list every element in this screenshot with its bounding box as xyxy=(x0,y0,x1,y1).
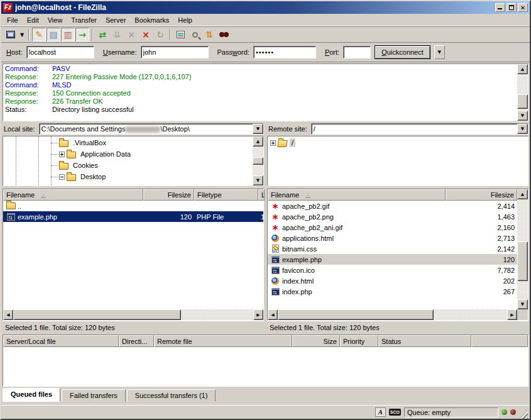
scroll-thumb[interactable] xyxy=(517,241,528,282)
scroll-thumb[interactable] xyxy=(253,157,263,165)
image-file-icon: * xyxy=(273,201,278,211)
tree-item-cookies[interactable]: Cookies xyxy=(3,160,253,171)
menu-edit[interactable]: Edit xyxy=(23,15,43,25)
log-line-text: 227 Entering Passive Mode (127,0,0,1,6,1… xyxy=(52,73,191,81)
expand-icon[interactable] xyxy=(59,152,65,157)
file-row[interactable]: *apache_pb2.gif2,414 xyxy=(268,201,517,211)
scroll-up-icon[interactable]: ▲ xyxy=(253,136,263,146)
column-header-server-local-file[interactable]: Server/Local file xyxy=(3,335,119,347)
scroll-thumb[interactable] xyxy=(278,309,434,320)
remote-list-hscrollbar[interactable]: ◀ ▶ xyxy=(268,309,517,320)
column-header-lastmodified[interactable]: L xyxy=(258,189,265,201)
resize-grip[interactable] xyxy=(519,410,528,419)
file-search-icon[interactable] xyxy=(217,28,231,41)
menu-help[interactable]: Help xyxy=(173,15,197,25)
menu-server[interactable]: Server xyxy=(101,15,130,25)
file-row[interactable]: *apache_pb2.png1,463 xyxy=(268,211,517,222)
datatype-indicator-icon[interactable]: A xyxy=(375,407,386,417)
maximize-button[interactable] xyxy=(506,3,517,12)
column-header-size[interactable]: Size xyxy=(292,335,340,347)
local-list-hscrollbar[interactable]: ◀ ▶ xyxy=(3,309,263,320)
scroll-thumb[interactable] xyxy=(517,94,528,108)
column-header-filesize[interactable]: Filesize xyxy=(143,189,194,201)
directory-listing-filters-icon[interactable] xyxy=(173,28,187,41)
collapse-icon[interactable] xyxy=(59,174,65,180)
tree-item-root[interactable]: / xyxy=(268,137,528,148)
tab-failed-transfers[interactable]: Failed transfers xyxy=(62,389,126,402)
tree-item-desktop[interactable]: Desktop xyxy=(3,171,253,182)
tab-successful-transfers[interactable]: Successful transfers (1) xyxy=(127,389,216,402)
site-manager-dropdown-icon[interactable]: ▼ xyxy=(18,28,26,41)
toggle-remote-pane-icon[interactable]: ▥ xyxy=(61,28,75,41)
log-line-type: Command: xyxy=(3,81,52,89)
file-row[interactable]: favicon.ico7,782 xyxy=(268,265,517,275)
local-tree-scrollbar[interactable]: ▲ ▼ xyxy=(253,136,263,185)
toggle-message-log-icon[interactable]: ✎ xyxy=(32,28,46,41)
column-header-priority[interactable]: Priority xyxy=(340,335,378,347)
synchronized-browsing-icon[interactable]: ⇅ xyxy=(202,28,216,41)
message-log-body: Command:PASVResponse:227 Entering Passiv… xyxy=(3,64,517,121)
expand-icon[interactable] xyxy=(270,140,276,146)
minimize-button[interactable] xyxy=(495,3,505,12)
scroll-thumb[interactable] xyxy=(13,309,181,320)
tab-queued-files[interactable]: Queued files xyxy=(3,388,60,402)
quickconnect-bar: Host: Username: Password: Port: Quickcon… xyxy=(1,43,530,62)
column-header-remote-file[interactable]: Remote file xyxy=(154,335,292,347)
process-queue-icon[interactable]: ⇊ xyxy=(110,28,124,41)
column-header-filename[interactable]: Filename xyxy=(3,189,143,201)
scroll-down-icon[interactable]: ▼ xyxy=(517,111,528,121)
menu-view[interactable]: View xyxy=(43,15,67,25)
remote-list-scrollbar[interactable]: ▲ ▼ xyxy=(517,189,528,309)
menu-file[interactable]: File xyxy=(3,15,23,25)
file-row[interactable]: bitnami.css2,142 xyxy=(268,243,517,254)
directory-comparison-icon[interactable] xyxy=(188,28,202,41)
file-row[interactable]: example.php120PHP File1 xyxy=(3,211,263,222)
remote-site-combo[interactable]: / ▼ xyxy=(311,123,528,135)
host-input[interactable] xyxy=(26,46,94,58)
reconnect-icon[interactable]: ↻ xyxy=(153,28,167,41)
file-row[interactable]: applications.html2,713 xyxy=(268,233,517,243)
toggle-transfer-queue-icon[interactable]: → xyxy=(75,28,89,41)
file-row[interactable]: example.php120 xyxy=(268,254,517,265)
column-header-status[interactable]: Status xyxy=(378,335,471,347)
message-log-scrollbar[interactable]: ▲ ▼ xyxy=(517,64,528,121)
scroll-down-icon[interactable]: ▼ xyxy=(253,175,263,185)
password-input[interactable] xyxy=(253,46,316,58)
port-input[interactable] xyxy=(343,46,371,58)
remote-site-dropdown[interactable]: ▼ xyxy=(517,124,528,134)
scroll-up-icon[interactable]: ▲ xyxy=(517,64,528,74)
column-header-filesize[interactable]: Filesize xyxy=(446,189,517,201)
scroll-right-icon[interactable]: ▶ xyxy=(507,309,517,320)
data-indicator-red-light xyxy=(510,409,516,415)
quickconnect-dropdown[interactable]: ▼ xyxy=(434,45,445,59)
tree-item--virtualbox[interactable]: .VirtualBox xyxy=(3,137,253,148)
refresh-icon[interactable]: ⇄ xyxy=(96,28,109,41)
tree-item-application-data[interactable]: Application Data xyxy=(3,148,253,160)
local-site-dropdown[interactable]: ▼ xyxy=(253,124,263,134)
username-input[interactable] xyxy=(141,46,209,58)
file-row[interactable]: index.php267 xyxy=(268,286,517,297)
quickconnect-button[interactable]: Quickconnect xyxy=(375,45,430,59)
file-row[interactable]: index.html202 xyxy=(268,275,517,286)
scroll-up-icon[interactable]: ▲ xyxy=(517,189,528,199)
cancel-operation-icon[interactable]: × xyxy=(124,28,138,41)
scroll-left-icon[interactable]: ◀ xyxy=(3,309,13,320)
cell-filesize: 2,160 xyxy=(446,222,517,233)
local-site-combo[interactable]: C:\Documents and Settings\Desktop\ ▼ xyxy=(39,123,264,135)
menu-bookmarks[interactable]: Bookmarks xyxy=(130,15,173,25)
column-header-direction[interactable]: Directi... xyxy=(119,335,154,347)
site-manager-icon[interactable] xyxy=(4,28,18,41)
close-button[interactable]: ✕ xyxy=(518,3,528,12)
toggle-local-pane-icon[interactable]: ▤ xyxy=(47,28,60,41)
column-header-filename[interactable]: Filename xyxy=(268,189,446,201)
file-row[interactable]: *apache_pb2_ani.gif2,160 xyxy=(268,222,517,233)
menu-transfer[interactable]: Transfer xyxy=(67,15,101,25)
scroll-right-icon[interactable]: ▶ xyxy=(253,309,263,320)
disconnect-icon[interactable]: × xyxy=(139,28,153,41)
speed-limits-icon[interactable]: SCO xyxy=(389,409,401,416)
scroll-left-icon[interactable]: ◀ xyxy=(268,309,278,320)
column-header-filetype[interactable]: Filetype xyxy=(194,189,258,201)
file-row[interactable]: .. xyxy=(3,201,263,211)
scroll-down-icon[interactable]: ▼ xyxy=(517,299,528,309)
log-line-type: Status: xyxy=(3,106,52,114)
